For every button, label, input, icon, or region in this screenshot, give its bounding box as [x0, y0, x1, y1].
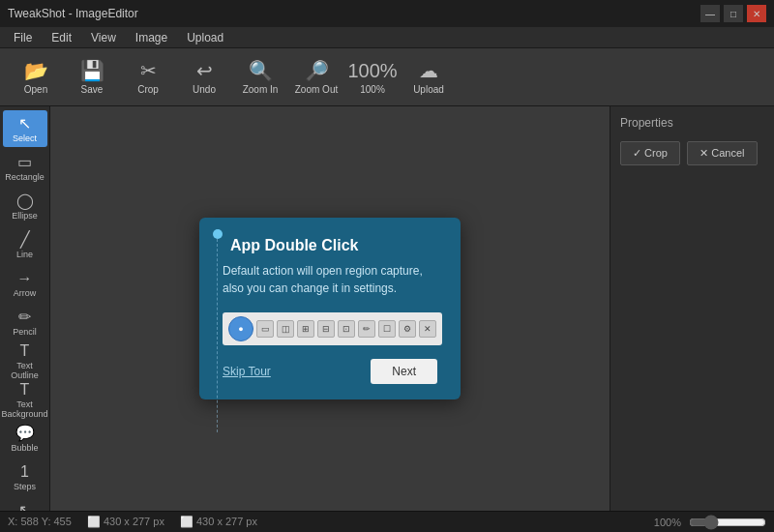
- properties-panel: Properties ✓ Crop ✕ Cancel: [610, 106, 774, 511]
- skip-tour-button[interactable]: Skip Tour: [223, 365, 271, 378]
- menu-item-upload[interactable]: Upload: [177, 29, 233, 46]
- next-button[interactable]: Next: [371, 359, 437, 384]
- crop-button[interactable]: ✓ Crop: [620, 141, 680, 165]
- steps-icon: 1: [20, 463, 29, 481]
- properties-title: Properties: [620, 116, 764, 130]
- text_outline-icon: T: [20, 342, 30, 360]
- mini-tool-6[interactable]: ✏: [358, 320, 375, 338]
- mini-tool-9[interactable]: ✕: [419, 320, 436, 338]
- menu-item-file[interactable]: File: [4, 29, 42, 46]
- mini-tool-active[interactable]: ●: [228, 316, 253, 341]
- cursor-icon: ↖: [18, 501, 31, 511]
- zoom-level: 100%: [654, 517, 681, 528]
- main-layout: ↖Select▭Rectangle◯Ellipse╱Line→Arrow✏Pen…: [0, 106, 774, 511]
- undo-icon: ↩: [196, 59, 213, 82]
- image-icon-1: ⬜: [87, 516, 101, 527]
- mini-tool-3[interactable]: ⊞: [297, 320, 314, 338]
- maximize-button[interactable]: □: [724, 5, 743, 22]
- mini-tool-4[interactable]: ⊟: [317, 320, 335, 338]
- window-title: TweakShot - ImageEditor: [8, 7, 138, 20]
- mini-tool-2[interactable]: ◫: [277, 320, 294, 338]
- tool-btn-arrow[interactable]: →Arrow: [3, 265, 47, 302]
- tool-btn-pencil[interactable]: ✏Pencil: [3, 304, 47, 340]
- toolbar-btn-open[interactable]: 📂Open: [10, 52, 62, 103]
- zoom_in-icon: 🔍: [249, 59, 273, 82]
- toolbar-btn-crop[interactable]: ✂Crop: [122, 52, 174, 103]
- bubble-icon: 💬: [15, 424, 35, 442]
- status-left: X: 588 Y: 455 ⬜ 430 x 277 px ⬜ 430 x 277…: [8, 516, 257, 528]
- select-icon: ↖: [18, 114, 31, 133]
- tour-footer: Skip Tour Next: [223, 359, 437, 384]
- ellipse-icon: ◯: [16, 192, 34, 210]
- tool-btn-text_outline[interactable]: TText Outline: [3, 342, 47, 379]
- minimize-button[interactable]: —: [700, 5, 720, 22]
- toolbar-btn-save[interactable]: 💾Save: [66, 52, 118, 103]
- menu-item-image[interactable]: Image: [126, 29, 177, 46]
- menu-item-edit[interactable]: Edit: [42, 29, 81, 46]
- tool-btn-ellipse[interactable]: ◯Ellipse: [3, 188, 47, 224]
- status-bar: X: 588 Y: 455 ⬜ 430 x 277 px ⬜ 430 x 277…: [0, 511, 774, 532]
- window-controls: — □ ✕: [700, 5, 766, 22]
- tool-btn-select[interactable]: ↖Select: [3, 110, 47, 147]
- tour-dot-indicator: [213, 229, 223, 239]
- toolbar-btn-undo[interactable]: ↩Undo: [178, 52, 230, 103]
- arrow-icon: →: [17, 270, 33, 287]
- tool-btn-cursor[interactable]: ↖Cursor: [3, 497, 47, 511]
- pencil-icon: ✏: [18, 308, 31, 326]
- cursor-coords: X: 588 Y: 455: [8, 516, 72, 528]
- status-right: 100%: [654, 515, 766, 530]
- zoom_out-icon: 🔎: [305, 59, 329, 82]
- zoom-slider[interactable]: [689, 515, 766, 530]
- image-size-1: ⬜ 430 x 277 px: [87, 516, 164, 528]
- menu-item-view[interactable]: View: [81, 29, 126, 46]
- left-sidebar: ↖Select▭Rectangle◯Ellipse╱Line→Arrow✏Pen…: [0, 106, 50, 511]
- toolbar: 📂Open💾Save✂Crop↩Undo🔍Zoom In🔎Zoom Out100…: [0, 48, 774, 106]
- line-icon: ╱: [20, 230, 30, 249]
- mini-tool-7[interactable]: ☐: [378, 320, 396, 338]
- toolbar-btn-upload[interactable]: ☁Upload: [402, 52, 455, 103]
- rectangle-icon: ▭: [17, 153, 32, 171]
- tour-title: App Double Click: [223, 237, 437, 254]
- open-icon: 📂: [24, 59, 48, 82]
- close-button[interactable]: ✕: [747, 5, 766, 22]
- title-bar: TweakShot - ImageEditor — □ ✕: [0, 0, 774, 27]
- tool-btn-steps[interactable]: 1Steps: [3, 458, 47, 495]
- tool-btn-bubble[interactable]: 💬Bubble: [3, 420, 47, 457]
- tour-body: Default action will open region capture,…: [223, 262, 437, 297]
- toolbar-btn-zoom_100[interactable]: 100%100%: [346, 52, 399, 103]
- image-icon-2: ⬜: [180, 516, 194, 527]
- mini-tool-5[interactable]: ⊡: [338, 320, 355, 338]
- tour-dialog: App Double Click Default action will ope…: [199, 218, 461, 399]
- crop-icon: ✂: [140, 59, 157, 82]
- upload-icon: ☁: [419, 59, 438, 82]
- mini-tool-1[interactable]: ▭: [256, 320, 274, 338]
- save-icon: 💾: [80, 59, 104, 82]
- image-size-2: ⬜ 430 x 277 px: [180, 516, 257, 528]
- mini-tool-8[interactable]: ⚙: [399, 320, 416, 338]
- tour-dashed-line: [217, 239, 218, 432]
- tool-btn-rectangle[interactable]: ▭Rectangle: [3, 149, 47, 186]
- tool-btn-line[interactable]: ╱Line: [3, 226, 47, 263]
- toolbar-btn-zoom_out[interactable]: 🔎Zoom Out: [290, 52, 342, 103]
- zoom_100-icon: 100%: [347, 60, 397, 82]
- tour-mini-toolbar: ● ▭ ◫ ⊞ ⊟ ⊡ ✏ ☐ ⚙ ✕: [223, 312, 442, 345]
- toolbar-btn-zoom_in[interactable]: 🔍Zoom In: [234, 52, 286, 103]
- text_bg-icon: T: [20, 381, 30, 399]
- tool-btn-text_bg[interactable]: TText Background: [3, 381, 47, 418]
- canvas-area: App Double Click Default action will ope…: [50, 106, 610, 511]
- cancel-button[interactable]: ✕ Cancel: [687, 141, 757, 165]
- menu-bar: FileEditViewImageUpload: [0, 27, 774, 48]
